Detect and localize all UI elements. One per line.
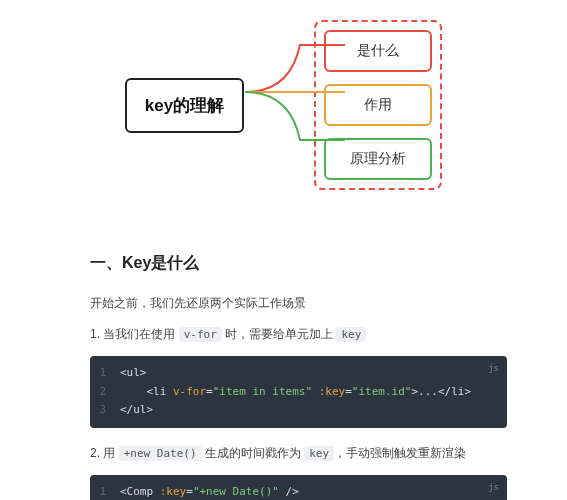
section-heading: 一、Key是什么 (90, 248, 507, 278)
text: 1. 当我们在使用 (90, 327, 179, 341)
code-lang-badge: js (488, 479, 499, 496)
root-node: key的理解 (125, 78, 244, 133)
line-number: 1 (90, 364, 120, 383)
code-lines: 1<Comp :key="+new Date()" /> (90, 483, 497, 500)
mindmap-diagram: key的理解 是什么 作用 原理分析 (0, 0, 567, 220)
text: 生成的时间戳作为 (202, 446, 305, 460)
inline-code: +new Date() (119, 446, 202, 461)
code-line: 1<Comp :key="+new Date()" /> (90, 483, 497, 500)
point-2: 2. 用 +new Date() 生成的时间戳作为 key，手动强制触发重新渲染 (90, 442, 507, 465)
text: ，手动强制触发重新渲染 (334, 446, 466, 460)
intro-text: 开始之前，我们先还原两个实际工作场景 (90, 292, 507, 315)
code-line: 3</ul> (90, 401, 497, 420)
text: 2. 用 (90, 446, 119, 460)
code-content: <li v-for="item in items" :key="item.id"… (120, 383, 471, 402)
code-line: 1<ul> (90, 364, 497, 383)
inline-code: v-for (179, 327, 222, 342)
line-number: 1 (90, 483, 120, 500)
code-lang-badge: js (488, 360, 499, 377)
child-node-purpose: 作用 (324, 84, 432, 126)
article-body: 一、Key是什么 开始之前，我们先还原两个实际工作场景 1. 当我们在使用 v-… (0, 220, 567, 500)
child-node-what: 是什么 (324, 30, 432, 72)
code-content: </ul> (120, 401, 153, 420)
child-node-principle: 原理分析 (324, 138, 432, 180)
code-content: <ul> (120, 364, 147, 383)
code-content: <Comp :key="+new Date()" /> (120, 483, 299, 500)
line-number: 3 (90, 401, 120, 420)
inline-code: key (304, 446, 334, 461)
line-number: 2 (90, 383, 120, 402)
code-block-2: js 1<Comp :key="+new Date()" /> (90, 475, 507, 500)
text: 时，需要给单元加上 (222, 327, 337, 341)
code-block-1: js 1<ul>2 <li v-for="item in items" :key… (90, 356, 507, 428)
code-lines: 1<ul>2 <li v-for="item in items" :key="i… (90, 364, 497, 420)
children-container: 是什么 作用 原理分析 (314, 20, 442, 190)
inline-code: key (336, 327, 366, 342)
code-line: 2 <li v-for="item in items" :key="item.i… (90, 383, 497, 402)
point-1: 1. 当我们在使用 v-for 时，需要给单元加上 key (90, 323, 507, 346)
